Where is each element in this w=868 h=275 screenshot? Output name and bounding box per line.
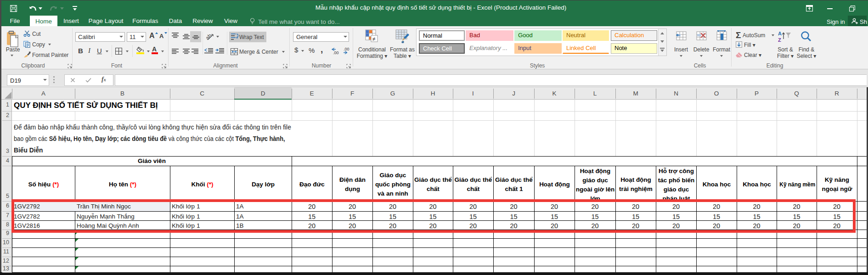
- svg-text:ab: ab: [206, 32, 213, 40]
- svg-text:.00: .00: [344, 47, 349, 51]
- svg-text:Z: Z: [778, 37, 781, 42]
- svg-text:.00: .00: [333, 51, 339, 55]
- svg-text:≠: ≠: [372, 36, 376, 42]
- svg-text:A: A: [778, 31, 782, 36]
